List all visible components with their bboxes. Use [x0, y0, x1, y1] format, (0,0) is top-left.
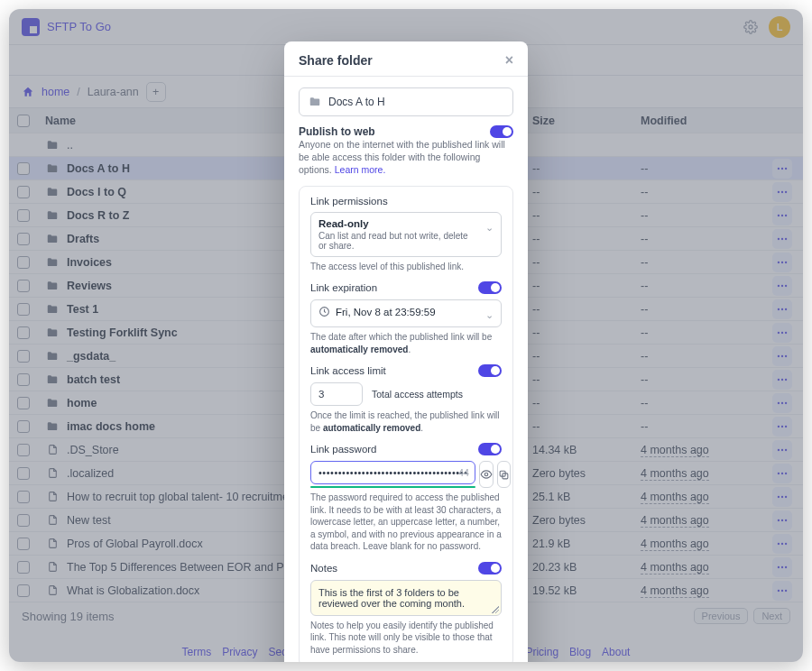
row-checkbox[interactable] [17, 280, 30, 292]
row-checkbox[interactable] [17, 397, 30, 409]
svg-point-48 [785, 519, 787, 520]
row-actions-button[interactable] [772, 557, 792, 577]
row-checkbox[interactable] [17, 326, 30, 339]
row-checkbox[interactable] [17, 303, 30, 316]
row-actions-button[interactable] [772, 393, 792, 413]
row-actions-button[interactable] [772, 417, 792, 437]
row-checkbox[interactable] [17, 444, 30, 456]
row-checkbox[interactable] [17, 233, 30, 245]
footer-link[interactable]: Blog [569, 646, 591, 658]
svg-point-55 [778, 589, 780, 591]
password-input[interactable]: •••••••••••••••••••••••••••••••••••••• 4… [310, 461, 475, 484]
add-button[interactable]: + [146, 82, 166, 102]
copy-password-button[interactable] [497, 461, 511, 488]
row-actions-button[interactable] [772, 510, 792, 530]
password-count: 44 [458, 468, 469, 478]
access-limit-input[interactable]: 3 [310, 382, 363, 406]
row-checkbox[interactable] [17, 209, 30, 222]
svg-point-5 [781, 190, 783, 192]
reveal-password-button[interactable] [479, 461, 494, 488]
row-actions-button[interactable] [772, 182, 792, 202]
row-actions-button[interactable] [772, 534, 792, 554]
footer-link[interactable]: Privacy [222, 646, 257, 658]
pager-prev[interactable]: Previous [694, 608, 749, 624]
row-actions-button[interactable] [772, 370, 792, 390]
expiration-select[interactable]: Fri, Nov 8 at 23:59:59 ⌄ [310, 299, 502, 327]
row-checkbox[interactable] [17, 162, 30, 175]
brand[interactable]: SFTP To Go [22, 18, 111, 36]
row-actions-button[interactable] [772, 253, 792, 272]
row-checkbox[interactable] [17, 561, 30, 574]
row-size: -- [532, 397, 641, 409]
row-actions-button[interactable] [772, 229, 792, 249]
folder-selector[interactable]: Docs A to H [299, 87, 513, 116]
row-actions-button[interactable] [772, 581, 792, 601]
row-size: 19.52 kB [532, 584, 641, 597]
svg-point-32 [781, 401, 783, 403]
learn-more-link[interactable]: Learn more. [335, 164, 386, 175]
expiration-toggle[interactable] [478, 281, 502, 294]
footer-link[interactable]: About [602, 646, 630, 658]
link-permissions-select[interactable]: Read-only Can list and read but not writ… [310, 212, 502, 257]
row-checkbox[interactable] [17, 584, 30, 597]
avatar-initial: L [777, 22, 783, 32]
publish-toggle[interactable] [490, 125, 513, 138]
svg-point-30 [785, 378, 787, 380]
row-actions-button[interactable] [772, 440, 792, 460]
svg-point-1 [778, 167, 780, 169]
svg-point-57 [785, 589, 787, 591]
row-checkbox[interactable] [17, 420, 30, 433]
footer-link[interactable]: Pricing [525, 646, 558, 658]
folder-icon [38, 373, 67, 386]
file-icon [38, 561, 67, 573]
row-size: 25.1 kB [532, 491, 641, 503]
row-actions-button[interactable] [772, 346, 792, 366]
modal-title: Share folder [299, 53, 373, 68]
column-size[interactable]: Size [532, 115, 641, 127]
crumb-home[interactable]: home [42, 86, 69, 98]
folder-name: Docs A to H [328, 96, 385, 108]
home-icon[interactable] [22, 86, 34, 98]
column-modified[interactable]: Modified [641, 115, 767, 127]
avatar[interactable]: L [769, 16, 790, 38]
notes-toggle[interactable] [478, 562, 502, 574]
row-actions-button[interactable] [772, 299, 792, 319]
select-all-checkbox[interactable] [17, 115, 30, 127]
row-actions-button[interactable] [772, 159, 792, 179]
pager: Previous Next [694, 608, 790, 624]
row-checkbox[interactable] [17, 467, 30, 480]
row-checkbox[interactable] [17, 256, 30, 269]
access-limit-toggle[interactable] [478, 364, 502, 377]
svg-point-47 [781, 519, 783, 520]
row-actions-button[interactable] [772, 464, 792, 483]
close-icon[interactable]: × [505, 52, 513, 69]
row-checkbox[interactable] [17, 186, 30, 198]
app-frame: SFTP To Go L ▣ CRE TTINGS home / Laura-a… [9, 9, 803, 662]
pager-next[interactable]: Next [753, 608, 790, 624]
svg-point-39 [785, 448, 787, 450]
svg-point-8 [781, 214, 783, 216]
password-label: Link password [310, 444, 377, 455]
row-checkbox[interactable] [17, 514, 30, 527]
folder-icon [38, 350, 67, 363]
row-actions-button[interactable] [772, 323, 792, 343]
password-toggle[interactable] [478, 443, 502, 455]
row-modified: -- [641, 373, 767, 386]
svg-point-20 [781, 308, 783, 309]
svg-point-14 [781, 261, 783, 262]
gear-icon[interactable] [743, 20, 758, 34]
chevron-down-icon: ⌄ [485, 309, 494, 321]
notes-textarea[interactable]: This is the first of 3 folders to be rev… [310, 580, 502, 616]
resize-handle-icon[interactable] [492, 606, 499, 613]
crumb-current: Laura-ann [88, 86, 139, 98]
svg-point-25 [778, 354, 780, 356]
row-actions-button[interactable] [772, 276, 792, 296]
row-checkbox[interactable] [17, 538, 30, 550]
row-checkbox[interactable] [17, 491, 30, 503]
footer-link[interactable]: Terms [182, 646, 212, 658]
svg-point-40 [778, 472, 780, 473]
row-actions-button[interactable] [772, 206, 792, 225]
row-actions-button[interactable] [772, 487, 792, 507]
row-checkbox[interactable] [17, 350, 30, 363]
row-checkbox[interactable] [17, 373, 30, 386]
